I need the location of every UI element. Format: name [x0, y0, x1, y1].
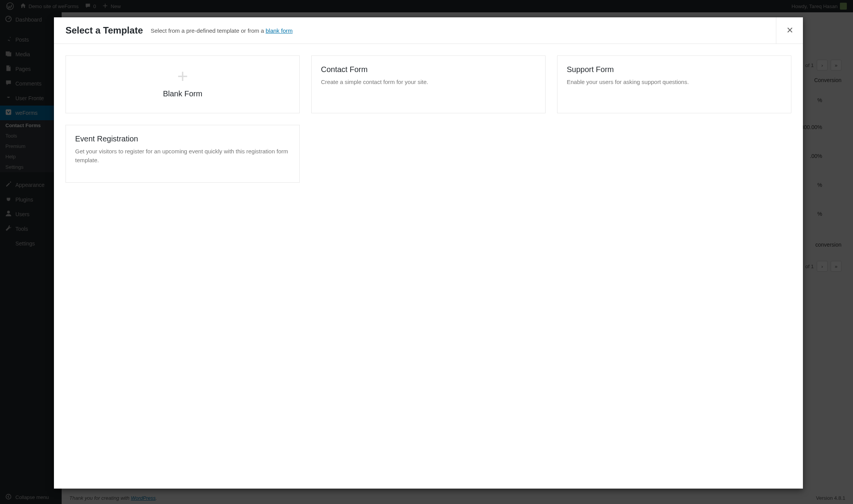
template-modal: Select a Template Select from a pre-defi… [54, 17, 803, 489]
template-description: Enable your users for asking support que… [567, 78, 782, 87]
modal-title: Select a Template [65, 25, 143, 36]
template-blank-form[interactable]: + Blank Form [65, 55, 300, 113]
close-icon: ✕ [786, 25, 793, 35]
modal-header: Select a Template Select from a pre-defi… [54, 17, 803, 44]
modal-body: + Blank Form Contact Form Create a simpl… [54, 44, 803, 489]
template-support-form[interactable]: Support Form Enable your users for askin… [557, 55, 791, 113]
blank-form-link[interactable]: blank form [265, 27, 292, 34]
template-contact-form[interactable]: Contact Form Create a simple contact for… [311, 55, 546, 113]
template-description: Get your visitors to register for an upc… [75, 147, 290, 165]
plus-icon: + [177, 67, 188, 86]
template-event-registration[interactable]: Event Registration Get your visitors to … [65, 125, 300, 183]
template-title: Blank Form [163, 89, 202, 98]
template-title: Support Form [567, 65, 782, 74]
modal-subtitle: Select from a pre-defined template or fr… [151, 27, 293, 34]
template-description: Create a simple contact form for your si… [321, 78, 536, 87]
modal-close-button[interactable]: ✕ [776, 17, 803, 44]
template-title: Contact Form [321, 65, 536, 74]
template-title: Event Registration [75, 134, 290, 143]
